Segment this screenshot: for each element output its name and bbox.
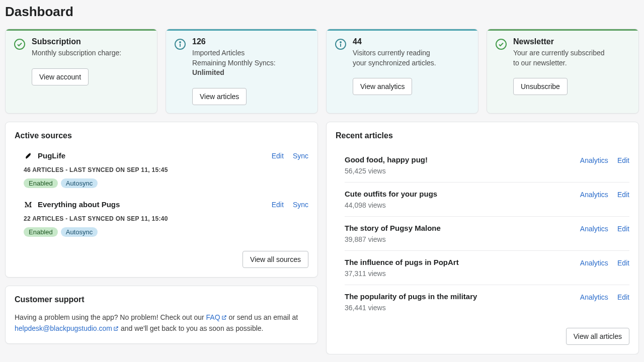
support-email-link[interactable]: helpdesk@blackpugstudio.com [15,324,119,332]
active-sources-title: Active sources [15,131,308,140]
active-sources-panel: Active sources PugLife Edit Sync 46 ARTI… [5,122,318,278]
subscription-desc: Monthly subscription charge: [32,48,149,58]
source-edit-link[interactable]: Edit [272,152,284,160]
article-analytics-link[interactable]: Analytics [580,225,608,233]
support-title: Customer support [15,295,308,304]
article-item: The popularity of pugs in the military 3… [345,285,629,319]
article-title: The popularity of pugs in the military [345,292,477,301]
view-analytics-button[interactable]: View analytics [353,78,412,95]
source-name: Everything about Pugs [38,200,120,209]
source-name: PugLife [38,151,65,160]
imported-label: Imported Articles [192,48,309,58]
article-analytics-link[interactable]: Analytics [580,156,608,164]
view-articles-button[interactable]: View articles [192,88,247,105]
visitors-desc2: your synchronized articles. [353,58,470,68]
imported-remaining: Remaining Monthly Syncs: Unlimited [192,58,309,78]
info-circle-icon [174,38,186,50]
imported-card: 126 Imported Articles Remaining Monthly … [166,29,318,114]
newsletter-desc2: to our newsletter. [513,58,630,68]
enabled-badge: Enabled [24,227,58,237]
support-text: Having a problem using the app? No probl… [15,312,308,334]
newsletter-title: Newsletter [513,37,630,46]
article-title: The story of Pugsy Malone [345,224,441,232]
newsletter-card: Newsletter Your are currently subscribed… [487,29,639,114]
visitors-count: 44 [353,37,470,46]
view-all-sources-button[interactable]: View all sources [243,251,308,268]
article-views: 56,425 views [345,167,428,175]
imported-count: 126 [192,37,309,46]
external-link-icon [221,313,227,323]
article-item: Cute outfits for your pugs 44,098 views … [345,183,629,217]
subscription-card: Subscription Monthly subscription charge… [5,29,157,114]
article-item: The influence of pugs in PopArt 37,311 v… [345,251,629,285]
medium-icon [24,200,33,209]
article-edit-link[interactable]: Edit [617,293,629,301]
visitors-card: 44 Visitors currently reading your synch… [326,29,478,114]
subscription-title: Subscription [32,37,149,46]
article-analytics-link[interactable]: Analytics [580,191,608,199]
svg-point-6 [340,42,341,43]
svg-point-0 [15,39,25,49]
article-edit-link[interactable]: Edit [617,156,629,164]
article-edit-link[interactable]: Edit [617,259,629,267]
source-edit-link[interactable]: Edit [272,201,284,209]
article-edit-link[interactable]: Edit [617,191,629,199]
unsubscribe-button[interactable]: Unsubscribe [513,78,568,95]
source-meta: 46 ARTICLES - LAST SYNCED ON SEP 11, 15:… [24,166,308,173]
article-views: 44,098 views [345,201,437,209]
source-sync-link[interactable]: Sync [293,201,308,209]
source-sync-link[interactable]: Sync [293,152,308,160]
recent-articles-panel: Recent articles Good food, happy pug! 56… [326,122,639,354]
svg-point-7 [496,39,506,49]
newsletter-desc1: Your are currently subscribed [513,48,630,58]
article-title: The influence of pugs in PopArt [345,258,459,266]
enabled-badge: Enabled [24,178,58,188]
source-item: Everything about Pugs Edit Sync 22 ARTIC… [15,197,308,246]
support-panel: Customer support Having a problem using … [5,286,318,344]
external-link-icon [113,324,119,334]
svg-point-3 [180,42,181,43]
squarespace-icon [24,151,33,160]
recent-articles-title: Recent articles [336,131,629,140]
article-title: Cute outfits for your pugs [345,190,437,198]
article-analytics-link[interactable]: Analytics [580,259,608,267]
article-views: 37,311 views [345,269,459,278]
autosync-badge: Autosync [61,178,98,188]
source-item: PugLife Edit Sync 46 ARTICLES - LAST SYN… [15,148,308,197]
check-circle-icon [495,38,507,50]
article-title: Good food, happy pug! [345,155,428,164]
visitors-desc1: Visitors currently reading [353,48,470,58]
view-account-button[interactable]: View account [32,68,89,85]
page-title: Dashboard [5,4,639,20]
article-item: The story of Pugsy Malone 39,887 views A… [345,217,629,251]
source-meta: 22 ARTICLES - LAST SYNCED ON SEP 11, 15:… [24,215,308,222]
faq-link[interactable]: FAQ [206,313,227,321]
autosync-badge: Autosync [61,227,98,237]
check-circle-icon [14,38,26,50]
article-views: 39,887 views [345,235,441,243]
article-item: Good food, happy pug! 56,425 views Analy… [345,148,629,183]
info-circle-icon [335,38,347,50]
article-analytics-link[interactable]: Analytics [580,293,608,301]
article-views: 36,441 views [345,304,477,312]
view-all-articles-button[interactable]: View all articles [566,328,629,345]
article-edit-link[interactable]: Edit [617,225,629,233]
